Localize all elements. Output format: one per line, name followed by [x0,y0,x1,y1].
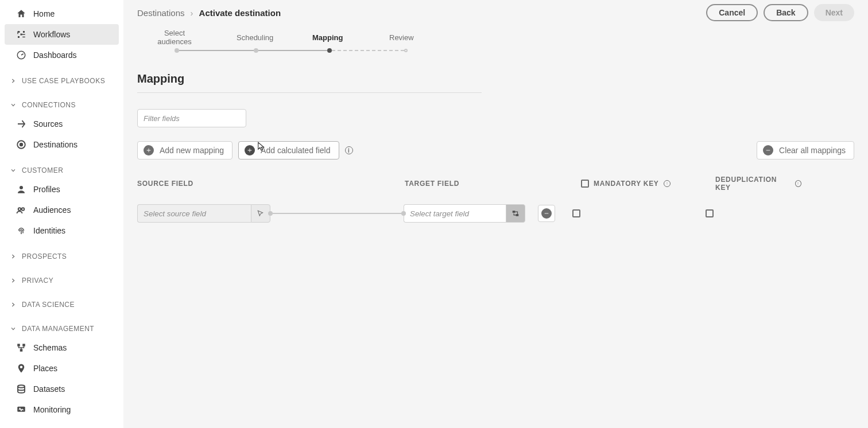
chevron-down-icon [9,166,17,174]
chevron-right-icon [9,301,17,309]
svg-rect-14 [798,184,799,185]
info-icon[interactable] [795,180,801,187]
sidebar-item-label: Datasets [33,384,65,394]
sidebar-item-workflows[interactable]: Workflows [5,24,119,45]
sidebar-item-label: Audiences [33,205,71,215]
col-header-source: Source Field [137,180,405,188]
filter-fields-input[interactable] [137,109,246,127]
step-node-complete [254,48,258,53]
sidebar-section-datamgmt[interactable]: Data Management [0,320,123,337]
sidebar-section-connections[interactable]: Connections [0,96,123,114]
step-label: Review [389,33,414,42]
mapping-connector [270,213,404,214]
source-field-picker [137,204,270,223]
mandatory-master-checkbox[interactable] [581,180,589,188]
sidebar-section-label: Customer [22,166,63,174]
page-title: Mapping [137,72,854,85]
sidebar-item-label: Destinations [33,140,78,149]
step-label: Mapping [312,33,343,42]
minus-circle-icon [763,145,773,155]
info-icon[interactable] [664,180,671,187]
col-header-mandatory: Mandatory Key [594,180,659,188]
sidebar-item-places[interactable]: Places [0,358,123,379]
sidebar-item-label: Profiles [33,185,60,194]
step-node-complete [175,48,179,53]
sidebar-item-label: Schemas [33,343,67,352]
sidebar-item-label: Identities [33,226,65,235]
monitoring-icon [16,404,26,415]
chevron-down-icon [9,101,17,109]
sidebar: Home Workflows Dashboards Use Case Playb… [0,0,123,428]
divider [137,92,482,93]
svg-rect-15 [513,211,516,213]
main: Destinations › Activate destination Canc… [123,0,868,428]
svg-point-9 [18,385,25,388]
info-icon[interactable]: i [345,146,353,154]
sidebar-item-sources[interactable]: Sources [0,114,123,134]
mandatory-checkbox[interactable] [572,209,580,217]
svg-rect-6 [17,344,20,347]
breadcrumb: Destinations › Activate destination [137,8,281,18]
add-calculated-field-button[interactable]: Add calculated field [238,141,339,159]
sidebar-section-label: Privacy [22,277,53,285]
back-button[interactable]: Back [764,4,808,21]
target-field-picker [404,204,525,223]
col-header-dedup: Deduplication Key [715,176,790,192]
sidebar-item-dashboards[interactable]: Dashboards [0,45,123,65]
breadcrumb-root[interactable]: Destinations [137,8,185,18]
profile-icon [16,184,26,194]
sidebar-item-home[interactable]: Home [0,3,123,24]
svg-point-3 [20,186,23,189]
sidebar-item-audiences[interactable]: Audiences [0,200,123,220]
pin-icon [16,363,26,373]
sidebar-item-datasets[interactable]: Datasets [0,379,123,399]
clear-all-mappings-button[interactable]: Clear all mappings [757,141,854,159]
sidebar-item-profiles[interactable]: Profiles [0,179,123,200]
dedup-checkbox[interactable] [706,209,714,217]
table-header: Source Field Target Field Mandatory Key … [137,176,854,192]
button-label: Add new mapping [160,146,224,155]
col-header-target: Target Field [405,180,581,188]
topbar: Destinations › Activate destination Canc… [123,0,868,25]
sidebar-section-customer[interactable]: Customer [0,162,123,179]
sidebar-item-label: Monitoring [33,405,71,414]
svg-point-4 [18,208,21,211]
svg-point-11 [666,182,667,183]
add-new-mapping-button[interactable]: Add new mapping [137,141,232,159]
audiences-icon [16,205,26,215]
svg-point-13 [798,182,799,183]
button-label: Add calculated field [261,146,330,155]
source-field-select-button[interactable] [251,204,270,223]
chevron-right-icon [9,277,17,285]
cancel-button[interactable]: Cancel [706,4,758,21]
source-field-input[interactable] [137,204,251,223]
target-field-select-button[interactable] [506,204,525,223]
sidebar-section-privacy[interactable]: Privacy [0,272,123,289]
stepper: Select audiences Scheduling Mapping Revi… [123,25,868,64]
sidebar-item-destinations[interactable]: Destinations [0,134,123,155]
sidebar-item-label: Home [33,9,55,18]
plus-circle-icon [245,145,255,155]
step-node-current [327,48,332,53]
chevron-down-icon [9,325,17,333]
toolbar: Add new mapping Add calculated field i C… [137,141,854,159]
sidebar-section-datasci[interactable]: Data Science [0,296,123,313]
bracket-icon [16,29,26,40]
step-label: Scheduling [237,33,273,42]
sidebar-item-label: Sources [33,119,63,129]
breadcrumb-current: Activate destination [199,8,281,18]
sidebar-item-monitoring[interactable]: Monitoring [0,399,123,420]
home-icon [16,9,26,19]
svg-rect-7 [22,344,25,347]
sidebar-section-prospects[interactable]: Prospects [0,248,123,265]
svg-point-2 [20,143,23,146]
target-field-input[interactable] [404,204,506,223]
minus-circle-icon [541,208,552,219]
sources-icon [16,119,26,129]
sidebar-item-schemas[interactable]: Schemas [0,337,123,358]
step-node-future [404,49,408,52]
sidebar-item-identities[interactable]: Identities [0,220,123,241]
remove-mapping-button[interactable] [538,205,555,222]
sidebar-section-usecase[interactable]: Use Case Playbooks [0,72,123,90]
chevron-right-icon [9,77,17,85]
